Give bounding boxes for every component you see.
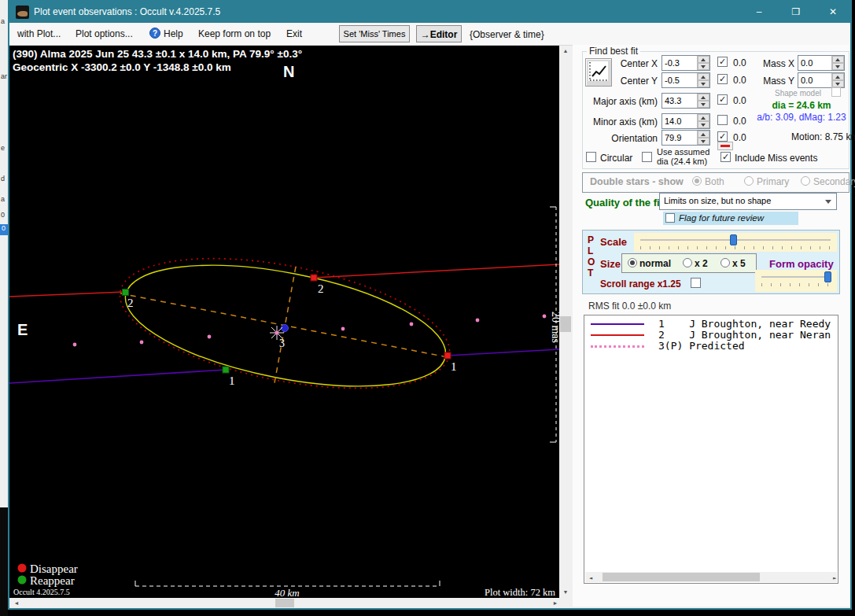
menu-with-plot[interactable]: with Plot...: [17, 28, 61, 39]
plot-vertical-scrollbar[interactable]: ▲ ▼: [559, 46, 572, 598]
mass-x-label: Mass X: [760, 58, 794, 69]
observer-row[interactable]: 3(P) Predicted: [658, 340, 745, 352]
size-x2-radio[interactable]: [683, 258, 692, 267]
km-scale-label: 40 km: [275, 587, 299, 598]
scroll-left-icon[interactable]: ◄: [11, 599, 22, 607]
use-assumed-checkbox[interactable]: [642, 152, 652, 162]
miss-line-color-button[interactable]: [717, 142, 733, 150]
plot-letter-p: P: [588, 234, 594, 245]
center-y-sigma: 0.0: [733, 75, 746, 86]
quality-dropdown[interactable]: Limits on size, but no shape: [659, 193, 837, 210]
form-opacity-label: Form opacity: [769, 258, 834, 270]
disappear-legend-dot: [18, 564, 27, 573]
plot-version-label: Occult 4.2025.7.5: [13, 588, 70, 596]
reappear-legend-dot: [18, 576, 27, 585]
list-scroll-thumb[interactable]: [603, 573, 760, 581]
major-axis-spinner[interactable]: 43.3: [662, 93, 710, 109]
v-scroll-thumb[interactable]: [560, 316, 571, 332]
minor-axis-checkbox[interactable]: [717, 115, 728, 125]
center-y-label: Center Y: [606, 76, 658, 87]
plot-horizontal-scrollbar[interactable]: ◄ ►: [9, 598, 559, 608]
center-x-sigma: 0.0: [733, 57, 746, 68]
scroll-range-checkbox[interactable]: [691, 278, 701, 288]
close-button[interactable]: ✕: [821, 6, 845, 19]
plot-header-line1: (390) Alma 2025 Jun 25 43.3 ±0.1 x 14.0 …: [13, 48, 302, 60]
list-scroll-right-icon[interactable]: ►: [829, 574, 840, 582]
center-x-spinner[interactable]: -0.3: [662, 55, 710, 71]
disappear-marker-1[interactable]: [444, 352, 451, 359]
background-dark-area: [0, 507, 8, 616]
double-primary-radio: [744, 176, 754, 186]
shape-model-checkbox[interactable]: [831, 87, 841, 97]
disappear-marker-2[interactable]: [311, 275, 317, 281]
chord2-label-right: 2: [318, 282, 324, 295]
observer-row[interactable]: 2 J Broughton, near Neran: [658, 329, 831, 341]
mass-y-spinner[interactable]: 0.0: [798, 72, 845, 88]
size-x5-radio[interactable]: [720, 258, 730, 267]
mass-x-spinner[interactable]: 0.0: [798, 55, 845, 71]
size-x5-label: x 5: [732, 258, 746, 269]
right-panel: Find best fit Center X -0.3 ✓ 0.0 Center…: [573, 45, 850, 607]
minimize-button[interactable]: –: [747, 6, 771, 19]
major-axis-checkbox[interactable]: ✓: [717, 94, 728, 105]
plot-header-line2: Geocentric X -3300.2 ±0.0 Y -1348.8 ±0.0…: [13, 61, 231, 73]
app-icon: [16, 6, 29, 19]
minor-axis-spinner[interactable]: 14.0: [662, 113, 710, 129]
scroll-range-label: Scroll range x1.25: [600, 278, 681, 290]
predicted-line-sample: [591, 345, 644, 348]
chord2-line-sample: [591, 334, 644, 336]
menu-exit[interactable]: Exit: [286, 28, 302, 39]
east-label: E: [17, 321, 28, 338]
h-scroll-thumb[interactable]: [275, 599, 294, 607]
orientation-checkbox[interactable]: ✓: [717, 131, 728, 142]
menu-bar: with Plot... Plot options... ? Help Keep…: [9, 23, 850, 46]
scroll-right-icon[interactable]: ►: [550, 599, 561, 607]
center-x-checkbox[interactable]: ✓: [717, 57, 728, 67]
plot-letter-t: T: [588, 267, 593, 278]
scale-slider-thumb[interactable]: [730, 234, 737, 245]
menu-plot-options[interactable]: Plot options...: [76, 28, 133, 39]
major-axis-sigma: 0.0: [733, 95, 746, 106]
include-miss-checkbox[interactable]: ✓: [720, 152, 731, 162]
ab-dmag-value: a/b: 3.09, dMag: 1.23: [747, 112, 855, 123]
major-axis-label: Major axis (km): [582, 96, 658, 107]
menu-keep-on-top[interactable]: Keep form on top: [198, 28, 271, 39]
motion-value: Motion: 8.75 km/s: [791, 131, 855, 142]
editor-button[interactable]: →Editor: [416, 25, 462, 42]
list-scroll-left-icon[interactable]: ◄: [585, 574, 596, 582]
center-y-spinner[interactable]: -0.5: [662, 72, 710, 88]
help-icon: ?: [149, 28, 160, 39]
observer-row[interactable]: 1 J Broughton, near Reedy: [658, 318, 831, 330]
set-miss-times-button[interactable]: Set 'Miss' Times: [339, 25, 410, 42]
fitted-center-dot[interactable]: [282, 325, 289, 332]
scale-label: Scale: [600, 236, 627, 248]
size-x2-label: x 2: [695, 258, 708, 269]
center-y-checkbox[interactable]: ✓: [717, 74, 728, 84]
double-secondary-label: Secondary: [813, 176, 855, 187]
form-opacity-slider[interactable]: [755, 270, 837, 292]
chord1-label-left: 1: [229, 374, 235, 387]
form-opacity-thumb[interactable]: [824, 271, 831, 282]
mas-scale-label: 20 mas: [550, 312, 559, 343]
scale-slider[interactable]: [634, 233, 837, 252]
circular-checkbox[interactable]: [586, 152, 596, 162]
observer-listbox[interactable]: 1 J Broughton, near Reedy 2 J Broughton,…: [584, 315, 838, 584]
reappear-marker-2[interactable]: [123, 290, 129, 296]
title-bar[interactable]: Plot event observations : Occult v.4.202…: [9, 2, 850, 23]
list-scrollbar[interactable]: ◄ ►: [585, 572, 837, 582]
size-label: Size: [600, 258, 621, 270]
size-normal-radio[interactable]: [628, 258, 637, 267]
flag-label: Flag for future review: [679, 213, 764, 223]
screen: a ar e d a 0 0 Plot event observations :…: [0, 0, 855, 616]
chord1-label-right: 1: [451, 360, 457, 373]
maximize-button[interactable]: ❒: [784, 6, 808, 19]
orientation-spinner[interactable]: 79.9: [662, 130, 710, 146]
menu-help[interactable]: Help: [164, 28, 183, 39]
scroll-down-icon[interactable]: ▼: [560, 588, 571, 596]
double-secondary-radio: [801, 176, 810, 186]
scroll-up-icon[interactable]: ▲: [560, 47, 571, 55]
reappear-marker-1[interactable]: [223, 367, 229, 373]
occultation-plot[interactable]: (390) Alma 2025 Jun 25 43.3 ±0.1 x 14.0 …: [9, 46, 559, 598]
flag-checkbox[interactable]: [665, 213, 675, 223]
observer-time-label[interactable]: {Observer & time}: [470, 29, 544, 40]
